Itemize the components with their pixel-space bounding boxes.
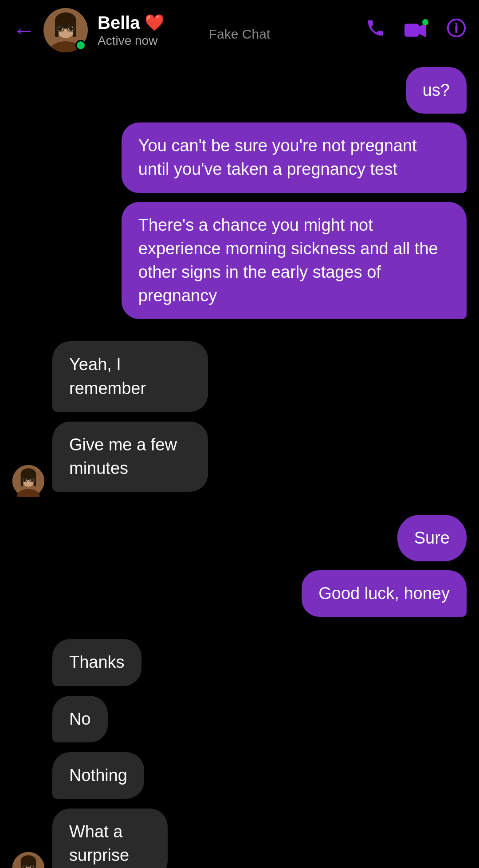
- recv-group-2: Thanks No Nothing What a surprise: [12, 639, 467, 868]
- svg-point-26: [31, 479, 34, 481]
- recv-avatar: [12, 852, 44, 868]
- info-icon[interactable]: [446, 18, 467, 43]
- avatar[interactable]: [43, 8, 88, 52]
- recv-bubble: Thanks: [52, 639, 141, 686]
- video-icon[interactable]: [404, 20, 428, 40]
- sent-bubble: Good luck, honey: [302, 570, 467, 617]
- message-row: Good luck, honey: [12, 570, 467, 622]
- svg-point-9: [59, 27, 62, 31]
- fake-chat-label: Fake Chat: [209, 27, 270, 42]
- message-row: Sure: [12, 515, 467, 567]
- svg-point-10: [69, 27, 73, 31]
- online-indicator: [75, 40, 86, 51]
- recv-avatar: [12, 465, 44, 497]
- svg-point-25: [23, 479, 26, 481]
- messages-area: us? You can't be sure you're not pregnan…: [0, 58, 479, 868]
- video-active-dot: [422, 19, 428, 25]
- message-row: There's a chance you might not experienc…: [12, 202, 467, 325]
- message-row: You can't be sure you're not pregnant un…: [12, 122, 467, 198]
- recv-bubble: Give me a few minutes: [52, 422, 208, 492]
- sent-bubble: Sure: [397, 515, 467, 561]
- message-row: us?: [12, 67, 467, 119]
- recv-bubbles-group: Thanks No Nothing What a surprise: [52, 639, 204, 868]
- recv-bubble: Nothing: [52, 752, 144, 799]
- recv-bubble: What a surprise: [52, 809, 168, 868]
- sent-bubble: us?: [406, 67, 467, 114]
- phone-icon[interactable]: [365, 18, 386, 43]
- svg-rect-11: [404, 24, 419, 36]
- sent-bubble: There's a chance you might not experienc…: [122, 202, 467, 320]
- recv-bubble: Yeah, I remember: [52, 341, 208, 411]
- back-button[interactable]: ←: [12, 19, 35, 42]
- recv-bubbles-group: Yeah, I remember Give me a few minutes: [52, 341, 257, 497]
- svg-point-15: [455, 22, 458, 24]
- recv-bubble: No: [52, 696, 108, 742]
- sent-bubble: You can't be sure you're not pregnant un…: [122, 122, 467, 193]
- recv-group-1: Yeah, I remember Give me a few minutes: [12, 341, 467, 497]
- header: ← Bella ❤️: [0, 0, 479, 58]
- heart-icon: ❤️: [145, 13, 165, 32]
- header-action-icons: [365, 18, 467, 43]
